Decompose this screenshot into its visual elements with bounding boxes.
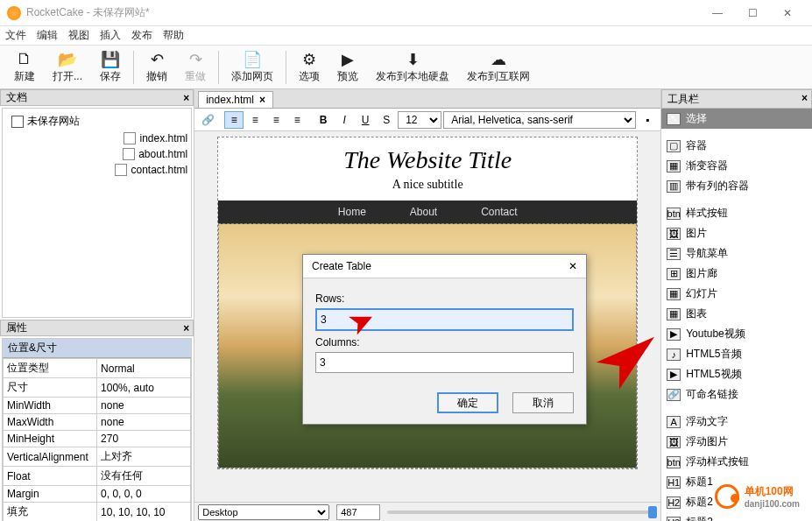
tool-widget-3[interactable]: ⊞图片廊	[661, 264, 812, 284]
publish-local-button[interactable]: ⬇发布到本地硬盘	[376, 50, 449, 84]
slider-handle[interactable]	[648, 506, 657, 518]
menu-file[interactable]: 文件	[5, 28, 26, 43]
underline-button[interactable]: U	[356, 111, 375, 129]
publish-net-button[interactable]: ☁发布到互联网	[467, 50, 530, 84]
tree-root[interactable]: 未保存网站	[6, 112, 187, 130]
tool-widget-4[interactable]: ▦幻灯片	[661, 284, 812, 304]
menu-edit[interactable]: 编辑	[37, 28, 58, 43]
prop-row[interactable]: MinWidthnone	[4, 398, 191, 414]
tab-index[interactable]: index.html×	[198, 91, 273, 108]
rows-input[interactable]	[315, 308, 574, 331]
tab-close[interactable]: ×	[259, 94, 265, 106]
dialog-titlebar[interactable]: Create Table ✕	[303, 255, 586, 278]
download-icon: ⬇	[406, 50, 420, 69]
widget-8-icon: ▶	[667, 369, 681, 381]
save-button[interactable]: 💾保存	[100, 50, 121, 84]
tool-widget-1[interactable]: 🖼图片	[661, 223, 812, 243]
tool-select[interactable]: ↖选择	[661, 109, 812, 129]
redo-icon: ↷	[189, 50, 202, 69]
open-icon: 📂	[58, 50, 77, 69]
page-icon	[115, 164, 127, 176]
tool-widget-6[interactable]: ▶Youtube视频	[661, 324, 812, 344]
tool-float-1[interactable]: 🖼浮动图片	[661, 432, 812, 452]
prop-row[interactable]: Margin0, 0, 0, 0	[4, 486, 191, 503]
widget-0-icon: btn	[667, 208, 681, 220]
docs-panel-header: 文档×	[0, 89, 194, 106]
dialog-close[interactable]: ✕	[568, 260, 577, 272]
props-panel-header: 属性×	[0, 320, 194, 336]
nav-home[interactable]: Home	[338, 206, 366, 218]
width-input[interactable]	[336, 504, 380, 520]
align-justify-button[interactable]: ≡	[287, 111, 307, 129]
italic-button[interactable]: I	[335, 111, 354, 129]
link-button[interactable]: 🔗	[198, 111, 217, 129]
menu-insert[interactable]: 插入	[100, 28, 121, 43]
undo-button[interactable]: ↶撤销	[146, 50, 167, 84]
tool-container-2[interactable]: ▥带有列的容器	[661, 176, 812, 196]
options-button[interactable]: ⚙选项	[299, 50, 320, 84]
close-button[interactable]: ✕	[770, 7, 805, 19]
edit-icon	[11, 116, 24, 128]
menu-view[interactable]: 视图	[68, 28, 89, 43]
prop-row[interactable]: 尺寸100%, auto	[4, 378, 191, 398]
cols-input[interactable]	[315, 352, 574, 373]
tool-widget-5[interactable]: ▦图表	[661, 304, 812, 324]
container-2-icon: ▥	[667, 180, 681, 193]
props-table[interactable]: 位置类型Normal尺寸100%, autoMinWidthnoneMaxWid…	[3, 358, 191, 521]
menu-publish[interactable]: 发布	[131, 28, 152, 43]
ok-button[interactable]: 确定	[437, 392, 498, 413]
nav-contact[interactable]: Contact	[481, 206, 517, 218]
prop-row[interactable]: MaxWidthnone	[4, 414, 191, 431]
menubar: 文件 编辑 视图 插入 发布 帮助	[0, 26, 812, 46]
tool-widget-8[interactable]: ▶HTML5视频	[661, 364, 812, 384]
tool-float-5[interactable]: H3标题3	[661, 512, 812, 521]
addpage-icon: 📄	[243, 50, 262, 69]
redo-button[interactable]: ↷重做	[185, 50, 206, 84]
cols-label: Columns:	[315, 336, 574, 349]
maximize-button[interactable]: ☐	[735, 7, 770, 19]
prop-row[interactable]: 位置类型Normal	[4, 359, 191, 378]
page-nav[interactable]: Home About Contact	[218, 201, 637, 223]
align-center-button[interactable]: ≡	[245, 111, 265, 129]
addpage-button[interactable]: 📄添加网页	[231, 50, 273, 84]
fontcolor-button[interactable]: ▪	[638, 111, 657, 129]
menu-help[interactable]: 帮助	[163, 28, 184, 43]
prop-row[interactable]: MinHeight270	[4, 431, 191, 447]
strike-button[interactable]: S	[377, 111, 396, 129]
tool-container-1[interactable]: ▦渐变容器	[661, 156, 812, 176]
tools-close[interactable]: ×	[801, 92, 808, 104]
align-right-button[interactable]: ≡	[266, 111, 286, 129]
page-title[interactable]: The Website Title	[218, 146, 637, 174]
nav-about[interactable]: About	[410, 206, 437, 218]
tree-item-about[interactable]: about.html	[6, 146, 187, 162]
open-button[interactable]: 📂打开...	[53, 50, 82, 84]
prop-row[interactable]: 填充10, 10, 10, 10	[4, 503, 191, 522]
device-select[interactable]: Desktop	[198, 504, 329, 520]
tool-widget-9[interactable]: 🔗可命名链接	[661, 384, 812, 405]
tool-float-0[interactable]: A浮动文字	[661, 412, 812, 432]
tool-widget-7[interactable]: ♪HTML5音频	[661, 344, 812, 364]
tree-item-index[interactable]: index.html	[6, 130, 187, 146]
width-slider[interactable]	[387, 510, 657, 514]
align-left-button[interactable]: ≡	[224, 111, 244, 129]
preview-button[interactable]: ▶预览	[337, 50, 358, 84]
cancel-button[interactable]: 取消	[512, 392, 574, 413]
props-close[interactable]: ×	[183, 322, 189, 334]
tool-float-2[interactable]: btn浮动样式按钮	[661, 452, 812, 472]
float-4-icon: H2	[667, 496, 681, 509]
page-subtitle[interactable]: A nice subtitle	[218, 178, 637, 192]
tree-item-contact[interactable]: contact.html	[6, 162, 187, 178]
fontfamily-select[interactable]: Arial, Helvetica, sans-serif	[443, 111, 636, 129]
docs-close[interactable]: ×	[183, 92, 189, 104]
docs-panel: 未保存网站 index.html about.html contact.html	[2, 108, 192, 318]
minimize-button[interactable]: —	[700, 7, 735, 19]
prop-row[interactable]: Float没有任何	[4, 467, 191, 486]
tool-widget-0[interactable]: btn样式按钮	[661, 203, 812, 223]
app-title: RocketCake - 未保存网站*	[26, 5, 150, 20]
tool-widget-2[interactable]: ☰导航菜单	[661, 243, 812, 264]
new-button[interactable]: 🗋新建	[14, 50, 35, 84]
tool-container-0[interactable]: ▢容器	[661, 136, 812, 156]
prop-row[interactable]: VerticalAlignment上对齐	[4, 447, 191, 467]
bold-button[interactable]: B	[314, 111, 333, 129]
fontsize-select[interactable]: 12	[398, 111, 441, 129]
